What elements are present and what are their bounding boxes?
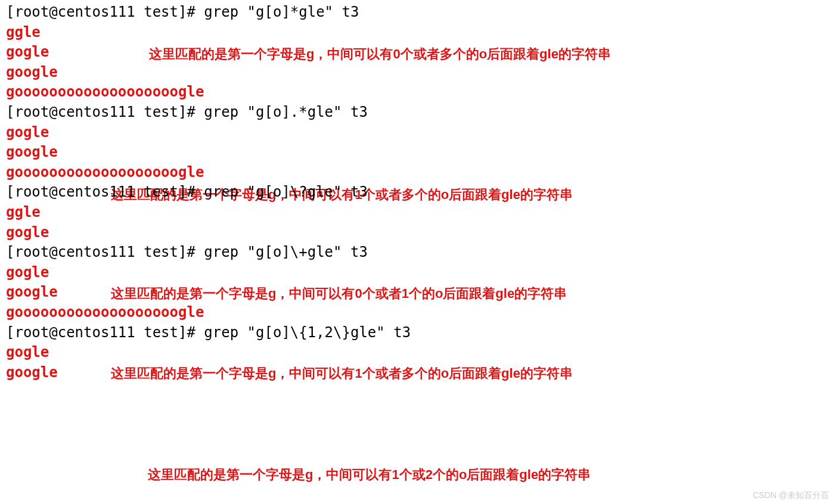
- grep-match: google: [6, 142, 829, 163]
- watermark: CSDN @未知百分百: [753, 490, 829, 502]
- command-line: [root@centos111 test]# grep "g[o]\+gle" …: [6, 242, 829, 263]
- command-line: [root@centos111 test]# grep "g[o].*gle" …: [6, 102, 829, 123]
- annotation-text: 这里匹配的是第一个字母是g，中间可以有1个或2个的o后面跟着gle的字符串: [148, 466, 591, 484]
- command-line: [root@centos111 test]# grep "g[o]\?gle" …: [6, 182, 829, 203]
- grep-match: gooooooooooooooooooogle: [6, 163, 829, 183]
- grep-match: ggle: [6, 23, 829, 43]
- grep-match: gooooooooooooooooooogle: [6, 82, 829, 102]
- annotation-text: 这里匹配的是第一个字母是g，中间可以有0个或者多个的o后面跟着gle的字符串: [149, 45, 611, 64]
- terminal-output: [root@centos111 test]# grep "g[o]*gle" t…: [6, 2, 829, 382]
- grep-match: google: [6, 63, 829, 83]
- grep-match: gogle: [6, 263, 829, 283]
- grep-match: ggle: [6, 203, 829, 223]
- command-line: [root@centos111 test]# grep "g[o]\{1,2\}…: [6, 323, 829, 343]
- grep-match: google: [6, 363, 829, 383]
- grep-match: gogle: [6, 343, 829, 363]
- grep-match: google: [6, 282, 829, 303]
- grep-match: gogle: [6, 223, 829, 243]
- grep-match: gooooooooooooooooooogle: [6, 303, 829, 323]
- command-line: [root@centos111 test]# grep "g[o]*gle" t…: [6, 2, 829, 23]
- grep-match: gogle: [6, 123, 829, 143]
